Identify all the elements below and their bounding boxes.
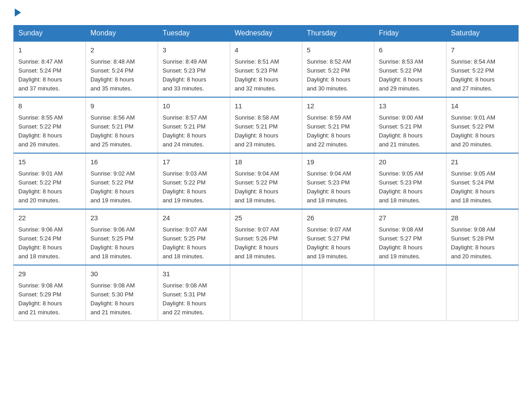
logo-arrow-icon <box>15 9 21 17</box>
day-number: 29 <box>18 269 81 279</box>
day-number: 19 <box>307 157 369 167</box>
day-number: 22 <box>18 213 81 223</box>
logo-text <box>13 9 21 17</box>
day-info: Sunrise: 8:52 AMSunset: 5:22 PMDaylight:… <box>307 57 369 94</box>
day-info: Sunrise: 9:01 AMSunset: 5:22 PMDaylight:… <box>451 113 514 150</box>
calendar-cell: 29Sunrise: 9:08 AMSunset: 5:29 PMDayligh… <box>14 265 86 321</box>
calendar-body: 1Sunrise: 8:47 AMSunset: 5:24 PMDaylight… <box>14 41 519 321</box>
header-tuesday: Tuesday <box>158 26 230 42</box>
calendar-cell: 24Sunrise: 9:07 AMSunset: 5:25 PMDayligh… <box>158 209 230 265</box>
day-info: Sunrise: 9:05 AMSunset: 5:23 PMDaylight:… <box>379 169 442 206</box>
day-info: Sunrise: 8:58 AMSunset: 5:21 PMDaylight:… <box>235 113 297 150</box>
calendar-header: SundayMondayTuesdayWednesdayThursdayFrid… <box>14 26 519 42</box>
calendar-cell: 23Sunrise: 9:06 AMSunset: 5:25 PMDayligh… <box>86 209 158 265</box>
day-info: Sunrise: 8:51 AMSunset: 5:23 PMDaylight:… <box>235 57 297 94</box>
calendar-cell: 1Sunrise: 8:47 AMSunset: 5:24 PMDaylight… <box>14 41 86 97</box>
day-info: Sunrise: 9:07 AMSunset: 5:27 PMDaylight:… <box>307 225 369 261</box>
day-number: 31 <box>163 269 225 279</box>
day-number: 8 <box>18 101 81 111</box>
day-number: 7 <box>451 45 514 56</box>
day-number: 26 <box>307 213 369 223</box>
day-number: 5 <box>307 45 369 56</box>
day-number: 16 <box>90 157 153 167</box>
day-number: 25 <box>235 213 297 223</box>
calendar-cell: 18Sunrise: 9:04 AMSunset: 5:22 PMDayligh… <box>230 153 302 209</box>
calendar-cell: 2Sunrise: 8:48 AMSunset: 5:24 PMDaylight… <box>86 41 158 97</box>
day-info: Sunrise: 8:57 AMSunset: 5:21 PMDaylight:… <box>163 113 225 150</box>
day-number: 2 <box>90 45 153 56</box>
calendar-cell: 21Sunrise: 9:05 AMSunset: 5:24 PMDayligh… <box>446 153 519 209</box>
day-number: 27 <box>379 213 442 223</box>
day-number: 21 <box>451 157 514 167</box>
day-info: Sunrise: 9:06 AMSunset: 5:24 PMDaylight:… <box>18 225 81 261</box>
day-info: Sunrise: 9:08 AMSunset: 5:29 PMDaylight:… <box>18 281 81 317</box>
day-number: 14 <box>451 101 514 111</box>
calendar-table: SundayMondayTuesdayWednesdayThursdayFrid… <box>13 25 519 321</box>
calendar-cell <box>230 265 302 321</box>
day-info: Sunrise: 8:59 AMSunset: 5:21 PMDaylight:… <box>307 113 369 150</box>
page-header <box>13 9 519 17</box>
day-info: Sunrise: 9:04 AMSunset: 5:22 PMDaylight:… <box>235 169 297 206</box>
calendar-cell: 14Sunrise: 9:01 AMSunset: 5:22 PMDayligh… <box>446 97 519 153</box>
calendar-cell: 10Sunrise: 8:57 AMSunset: 5:21 PMDayligh… <box>158 97 230 153</box>
calendar-cell: 19Sunrise: 9:04 AMSunset: 5:23 PMDayligh… <box>302 153 374 209</box>
day-number: 28 <box>451 213 514 223</box>
calendar-cell <box>374 265 446 321</box>
calendar-cell: 8Sunrise: 8:55 AMSunset: 5:22 PMDaylight… <box>14 97 86 153</box>
day-info: Sunrise: 9:05 AMSunset: 5:24 PMDaylight:… <box>451 169 514 206</box>
week-row-2: 8Sunrise: 8:55 AMSunset: 5:22 PMDaylight… <box>14 97 519 153</box>
day-number: 9 <box>90 101 153 111</box>
calendar-cell: 22Sunrise: 9:06 AMSunset: 5:24 PMDayligh… <box>14 209 86 265</box>
header-sunday: Sunday <box>14 26 86 42</box>
day-number: 3 <box>163 45 225 56</box>
calendar-cell: 5Sunrise: 8:52 AMSunset: 5:22 PMDaylight… <box>302 41 374 97</box>
day-info: Sunrise: 8:55 AMSunset: 5:22 PMDaylight:… <box>18 113 81 150</box>
calendar-cell: 30Sunrise: 9:08 AMSunset: 5:30 PMDayligh… <box>86 265 158 321</box>
day-info: Sunrise: 9:07 AMSunset: 5:26 PMDaylight:… <box>235 225 297 261</box>
calendar-cell <box>446 265 519 321</box>
calendar-cell: 26Sunrise: 9:07 AMSunset: 5:27 PMDayligh… <box>302 209 374 265</box>
day-info: Sunrise: 9:07 AMSunset: 5:25 PMDaylight:… <box>163 225 225 261</box>
header-monday: Monday <box>86 26 158 42</box>
day-number: 11 <box>235 101 297 111</box>
calendar-cell <box>302 265 374 321</box>
calendar-cell: 15Sunrise: 9:01 AMSunset: 5:22 PMDayligh… <box>14 153 86 209</box>
header-wednesday: Wednesday <box>230 26 302 42</box>
week-row-5: 29Sunrise: 9:08 AMSunset: 5:29 PMDayligh… <box>14 265 519 321</box>
calendar-cell: 6Sunrise: 8:53 AMSunset: 5:22 PMDaylight… <box>374 41 446 97</box>
day-info: Sunrise: 9:08 AMSunset: 5:30 PMDaylight:… <box>90 281 153 317</box>
day-info: Sunrise: 8:54 AMSunset: 5:22 PMDaylight:… <box>451 57 514 94</box>
day-number: 4 <box>235 45 297 56</box>
week-row-4: 22Sunrise: 9:06 AMSunset: 5:24 PMDayligh… <box>14 209 519 265</box>
day-info: Sunrise: 9:02 AMSunset: 5:22 PMDaylight:… <box>90 169 153 206</box>
day-info: Sunrise: 9:06 AMSunset: 5:25 PMDaylight:… <box>90 225 153 261</box>
day-number: 30 <box>90 269 153 279</box>
calendar-cell: 17Sunrise: 9:03 AMSunset: 5:22 PMDayligh… <box>158 153 230 209</box>
day-number: 15 <box>18 157 81 167</box>
day-number: 6 <box>379 45 442 56</box>
day-info: Sunrise: 8:49 AMSunset: 5:23 PMDaylight:… <box>163 57 225 94</box>
calendar-cell: 9Sunrise: 8:56 AMSunset: 5:21 PMDaylight… <box>86 97 158 153</box>
calendar-cell: 16Sunrise: 9:02 AMSunset: 5:22 PMDayligh… <box>86 153 158 209</box>
header-thursday: Thursday <box>302 26 374 42</box>
calendar-cell: 31Sunrise: 9:08 AMSunset: 5:31 PMDayligh… <box>158 265 230 321</box>
day-info: Sunrise: 9:00 AMSunset: 5:21 PMDaylight:… <box>379 113 442 150</box>
day-number: 24 <box>163 213 225 223</box>
calendar-cell: 27Sunrise: 9:08 AMSunset: 5:27 PMDayligh… <box>374 209 446 265</box>
day-info: Sunrise: 9:01 AMSunset: 5:22 PMDaylight:… <box>18 169 81 206</box>
calendar-cell: 13Sunrise: 9:00 AMSunset: 5:21 PMDayligh… <box>374 97 446 153</box>
day-info: Sunrise: 8:47 AMSunset: 5:24 PMDaylight:… <box>18 57 81 94</box>
day-info: Sunrise: 9:04 AMSunset: 5:23 PMDaylight:… <box>307 169 369 206</box>
day-number: 12 <box>307 101 369 111</box>
day-number: 23 <box>90 213 153 223</box>
calendar-cell: 20Sunrise: 9:05 AMSunset: 5:23 PMDayligh… <box>374 153 446 209</box>
header-saturday: Saturday <box>446 26 519 42</box>
calendar-cell: 12Sunrise: 8:59 AMSunset: 5:21 PMDayligh… <box>302 97 374 153</box>
calendar-cell: 7Sunrise: 8:54 AMSunset: 5:22 PMDaylight… <box>446 41 519 97</box>
logo <box>13 9 21 17</box>
day-number: 17 <box>163 157 225 167</box>
day-number: 18 <box>235 157 297 167</box>
calendar-cell: 11Sunrise: 8:58 AMSunset: 5:21 PMDayligh… <box>230 97 302 153</box>
day-info: Sunrise: 9:08 AMSunset: 5:27 PMDaylight:… <box>379 225 442 261</box>
header-row: SundayMondayTuesdayWednesdayThursdayFrid… <box>14 26 519 42</box>
